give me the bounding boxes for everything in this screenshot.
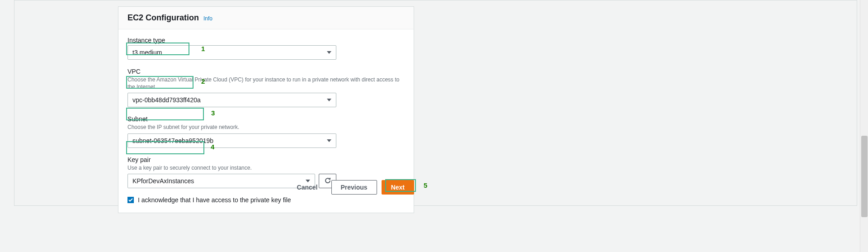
- keypair-help: Use a key pair to securely connect to yo…: [127, 165, 405, 172]
- field-vpc: VPC Choose the Amazon Virtual Private Cl…: [127, 68, 405, 107]
- annotation-3: 3: [211, 109, 215, 117]
- keypair-label: Key pair: [127, 156, 405, 163]
- panel-header: EC2 Configuration Info: [118, 7, 414, 29]
- instance-type-label: Instance type: [127, 37, 405, 44]
- field-subnet: Subnet Choose the IP subnet for your pri…: [127, 115, 405, 148]
- page-container: EC2 Configuration Info Instance type t3.…: [14, 0, 857, 206]
- ack-checkbox[interactable]: [127, 197, 134, 203]
- instance-type-dropdown[interactable]: t3.medium: [127, 45, 336, 60]
- annotation-1: 1: [201, 45, 205, 52]
- ack-label: I acknowledge that I have access to the …: [138, 196, 291, 204]
- scrollbar-thumb[interactable]: [861, 136, 868, 217]
- subnet-dropdown[interactable]: subnet-063547eeba952019b: [127, 133, 336, 148]
- field-instance-type: Instance type t3.medium: [127, 37, 405, 60]
- subnet-help: Choose the IP subnet for your private ne…: [127, 124, 405, 131]
- next-button[interactable]: Next: [382, 180, 414, 195]
- info-link[interactable]: Info: [203, 15, 212, 22]
- panel-title: EC2 Configuration: [127, 13, 199, 23]
- scrollbar[interactable]: [860, 0, 868, 252]
- annotation-2: 2: [201, 77, 205, 85]
- chevron-down-icon: [327, 51, 331, 54]
- action-bar: Cancel Previous Next: [118, 180, 414, 195]
- annotation-5: 5: [424, 181, 427, 189]
- ack-row: I acknowledge that I have access to the …: [127, 196, 405, 204]
- instance-type-value: t3.medium: [132, 49, 162, 56]
- vpc-label: VPC: [127, 68, 405, 75]
- vpc-help: Choose the Amazon Virtual Private Cloud …: [127, 76, 405, 90]
- cancel-button[interactable]: Cancel: [288, 180, 327, 195]
- vpc-dropdown[interactable]: vpc-0bb48dd7933ff420a: [127, 93, 336, 107]
- chevron-down-icon: [327, 99, 331, 101]
- annotation-4: 4: [211, 143, 214, 151]
- subnet-value: subnet-063547eeba952019b: [132, 137, 213, 144]
- chevron-down-icon: [327, 139, 331, 142]
- subnet-label: Subnet: [127, 115, 405, 123]
- vpc-value: vpc-0bb48dd7933ff420a: [132, 96, 201, 104]
- previous-button[interactable]: Previous: [331, 180, 377, 195]
